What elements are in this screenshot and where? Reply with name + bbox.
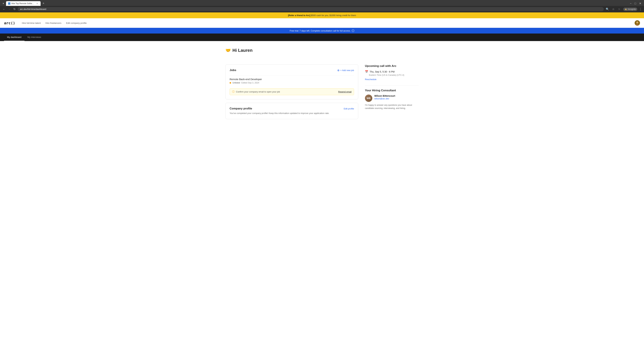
greeting: 🤝 Hi Lauren bbox=[226, 48, 418, 53]
incognito-label: Incognito bbox=[628, 8, 636, 10]
active-tab[interactable]: Hire Top Remote Software Dev... ✕ bbox=[6, 1, 40, 6]
alert-icon: ⓘ bbox=[232, 90, 234, 93]
logo[interactable]: arc() bbox=[4, 21, 15, 25]
svg-point-1 bbox=[636, 21, 638, 23]
consultant-info: Wilson Bittencourt wilson@arc.dev bbox=[374, 94, 395, 100]
bookmark-button[interactable]: ☆ bbox=[612, 7, 615, 11]
header: arc() Hire full-time talent Hire freelan… bbox=[0, 18, 644, 28]
info-icon: i bbox=[352, 29, 354, 32]
tab-bar: ▼ Hire Top Remote Software Dev... ✕ + − … bbox=[0, 0, 644, 6]
right-column: Upcoming call with Arc 📅 Thu, Sep 5, 5:3… bbox=[365, 64, 418, 122]
reschedule-link[interactable]: Reschedule bbox=[365, 78, 376, 81]
window-controls: − □ ✕ bbox=[628, 1, 643, 6]
tab-title: Hire Top Remote Software Dev... bbox=[12, 2, 35, 5]
upcoming-call-title: Upcoming call with Arc bbox=[365, 64, 418, 68]
promo-banner: [Refer a friend to Arc] $500 cash for yo… bbox=[0, 12, 644, 18]
address-bar: ← → ↻ 🔍 ☆ ◾ 🕵 Incognito ⋮ bbox=[0, 6, 644, 12]
alert-bar: ⓘ Confirm your company email to open you… bbox=[230, 88, 354, 95]
call-datetime: Thu, Sep 5, 5:30 - 6 PM bbox=[370, 70, 394, 73]
company-card-header: Company profile Edit profile bbox=[230, 107, 354, 110]
job-meta: Unlisted Edited Sep 3, 2024 bbox=[230, 82, 354, 84]
avatar[interactable] bbox=[634, 20, 640, 26]
upcoming-call-section: Upcoming call with Arc 📅 Thu, Sep 5, 5:3… bbox=[365, 64, 418, 81]
call-timezone: Eastern Time (US & Canada) (UTC-4) bbox=[369, 74, 418, 76]
main-nav: Hire full-time talent Hire freelancers E… bbox=[22, 22, 634, 24]
resend-email-link[interactable]: Resend email bbox=[338, 90, 352, 93]
calendar-icon: 📅 bbox=[365, 70, 368, 73]
back-button[interactable]: ← bbox=[2, 7, 6, 11]
consultant-avatar: WB bbox=[365, 94, 372, 102]
job-item: Remote Back-end Developer Unlisted Edite… bbox=[230, 75, 354, 86]
alert-message: Confirm your company email to open your … bbox=[236, 90, 280, 93]
sub-nav: My dashboard My interviews bbox=[0, 33, 644, 41]
incognito-icon: 🕵 bbox=[624, 8, 627, 10]
alert-content: ⓘ Confirm your company email to open you… bbox=[232, 90, 280, 93]
add-job-label: + Add new job bbox=[340, 69, 354, 71]
main-content: 🤝 Hi Lauren Jobs ⊕ + Add new job Remote … bbox=[221, 41, 422, 126]
promo-link[interactable]: [Refer a friend to Arc] bbox=[288, 14, 310, 16]
minimize-button[interactable]: − bbox=[628, 1, 633, 6]
job-status: Unlisted bbox=[232, 82, 240, 84]
tab-close-button[interactable]: ✕ bbox=[36, 2, 38, 5]
call-time: 📅 Thu, Sep 5, 5:30 - 6 PM bbox=[365, 70, 418, 73]
add-job-button[interactable]: ⊕ + Add new job bbox=[337, 69, 354, 72]
tab-favicon bbox=[8, 2, 10, 5]
status-dot bbox=[230, 82, 231, 84]
subnav-dashboard[interactable]: My dashboard bbox=[4, 33, 24, 41]
subnav-interviews[interactable]: My interviews bbox=[24, 33, 44, 41]
sidebar-divider bbox=[365, 85, 418, 85]
call-info: 📅 Thu, Sep 5, 5:30 - 6 PM Eastern Time (… bbox=[365, 70, 418, 81]
jobs-card-title: Jobs bbox=[230, 68, 236, 72]
forward-button[interactable]: → bbox=[8, 7, 12, 11]
browser-chrome: ▼ Hire Top Remote Software Dev... ✕ + − … bbox=[0, 0, 644, 12]
consultant-title: Your Hiring Consultant bbox=[365, 89, 418, 92]
close-button[interactable]: ✕ bbox=[638, 1, 643, 6]
url-input[interactable] bbox=[18, 7, 604, 11]
reload-button[interactable]: ↻ bbox=[13, 7, 16, 11]
browser-actions: 🔍 ☆ ◾ 🕵 Incognito ⋮ bbox=[605, 7, 642, 11]
consultant-section: Your Hiring Consultant WB Wilson Bittenc… bbox=[365, 89, 418, 110]
left-column: Jobs ⊕ + Add new job Remote Back-end Dev… bbox=[226, 64, 358, 122]
nav-hire-fulltime[interactable]: Hire full-time talent bbox=[22, 22, 41, 24]
nav-hire-freelancers[interactable]: Hire freelancers bbox=[46, 22, 62, 24]
nav-edit-company[interactable]: Edit company profile bbox=[66, 22, 86, 24]
consultant-card: WB Wilson Bittencourt wilson@arc.dev bbox=[365, 94, 418, 102]
app: [Refer a friend to Arc] $500 cash for yo… bbox=[0, 12, 644, 362]
company-description: You've completed your company profile! K… bbox=[230, 112, 354, 115]
avatar-image bbox=[634, 20, 640, 26]
job-edited: Edited Sep 3, 2024 bbox=[241, 82, 259, 84]
company-card-title: Company profile bbox=[230, 107, 252, 110]
consultant-name: Wilson Bittencourt bbox=[374, 94, 395, 97]
company-profile-card: Company profile Edit profile You've comp… bbox=[226, 103, 358, 119]
maximize-button[interactable]: □ bbox=[633, 1, 638, 6]
incognito-badge: 🕵 Incognito bbox=[623, 7, 637, 11]
jobs-card: Jobs ⊕ + Add new job Remote Back-end Dev… bbox=[226, 64, 358, 99]
extensions-button[interactable]: ◾ bbox=[617, 7, 622, 11]
new-tab-button[interactable]: + bbox=[41, 1, 46, 6]
add-icon: ⊕ bbox=[337, 69, 340, 72]
info-banner-text: Free trial: 7 days left. Complete consul… bbox=[290, 29, 350, 32]
job-title[interactable]: Remote Back-end Developer bbox=[230, 78, 354, 81]
consultant-description: I'm happy to answer any questions you ha… bbox=[365, 104, 418, 110]
jobs-card-header: Jobs ⊕ + Add new job bbox=[230, 68, 354, 72]
search-button[interactable]: 🔍 bbox=[605, 7, 610, 11]
browser-menu-button[interactable]: ⋮ bbox=[639, 7, 642, 11]
wave-emoji: 🤝 bbox=[226, 48, 231, 53]
info-banner: Free trial: 7 days left. Complete consul… bbox=[0, 28, 644, 33]
edit-profile-link[interactable]: Edit profile bbox=[344, 107, 354, 110]
consultant-email[interactable]: wilson@arc.dev bbox=[374, 97, 389, 100]
greeting-text: Hi Lauren bbox=[232, 48, 252, 53]
promo-text: $500 cash for you, $1000 hiring credit f… bbox=[310, 14, 356, 16]
consultant-avatar-initials: WB bbox=[365, 94, 372, 102]
tab-group-button[interactable]: ▼ bbox=[1, 2, 5, 5]
